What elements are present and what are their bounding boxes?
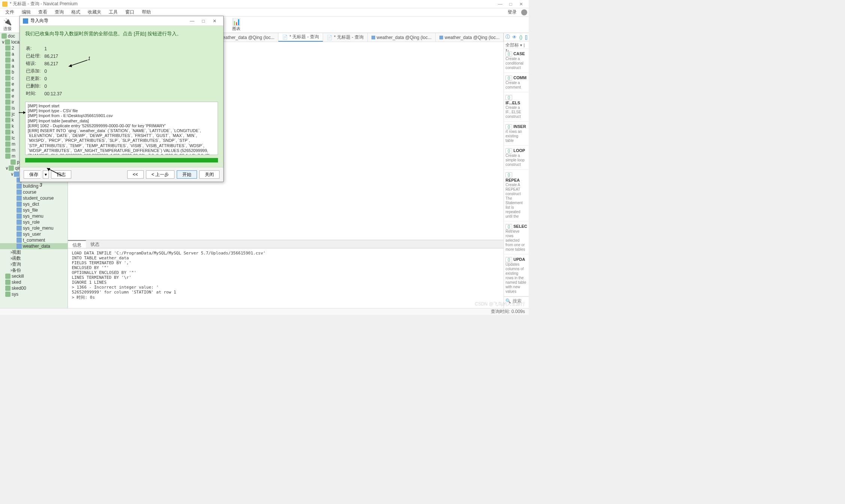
log-button[interactable]: 日志 [51, 170, 71, 179]
snippet-item[interactable]: ()UPDAUpdates columns of existing rows i… [504, 254, 529, 296]
connect-button[interactable]: 🔌 连接 [0, 18, 15, 32]
dialog-minimize[interactable]: — [186, 18, 198, 24]
database-icon [5, 105, 11, 111]
import-log[interactable]: [IMP] Import start [IMP] Import type - C… [25, 102, 218, 155]
database-icon [5, 75, 11, 81]
dialog-maximize[interactable]: □ [198, 18, 209, 24]
tab[interactable]: weather_data @Qing (loc... [436, 33, 504, 42]
dialog-message: 我们已收集向导导入数据时所需的全部信息。点击 [开始] 按钮进行导入。 [25, 30, 218, 37]
database-icon [5, 39, 10, 45]
backup-node[interactable]: 备份 [12, 267, 21, 274]
chart-icon: 📊 [229, 18, 244, 26]
window-titlebar: * 无标题 - 查询 - Navicat Premium — □ ✕ [0, 0, 529, 8]
dialog-title: 导入向导 [30, 18, 48, 24]
menu-file[interactable]: 文件 [2, 9, 18, 15]
table-icon [17, 184, 22, 189]
database-icon [5, 280, 11, 285]
import-wizard-dialog: 导入向导 — □ ✕ 我们已收集向导导入数据时所需的全部信息。点击 [开始] 按… [20, 16, 224, 182]
start-button[interactable]: 开始 [177, 170, 197, 179]
database-icon [5, 51, 11, 57]
table-icon [17, 220, 22, 225]
database-icon [5, 57, 11, 63]
chart-button[interactable]: 📊 图表 [229, 18, 244, 32]
snippet-item[interactable]: ()LOOPCreate a simple loop construct [504, 146, 529, 170]
database-icon [2, 33, 7, 39]
close-button[interactable]: 关闭 [199, 170, 220, 179]
table-icon [17, 196, 22, 201]
database-icon [5, 99, 11, 105]
table-group-icon [14, 172, 19, 177]
database-icon [5, 123, 11, 129]
wizard-icon [23, 18, 28, 24]
snippet-icon: () [505, 257, 512, 262]
query-time: 查询时间: 0.009s [491, 308, 529, 315]
database-icon [5, 141, 11, 147]
menu-window[interactable]: 窗口 [122, 9, 138, 15]
output-tab-info[interactable]: 信息 [68, 240, 86, 248]
output-tab-status[interactable]: 状态 [86, 240, 104, 248]
table-icon [17, 190, 22, 195]
import-stats: 表:1 已处理:86,217 错误:86,217 已添加:0 已更新:0 已删除… [25, 45, 66, 98]
menu-favorites[interactable]: 收藏夹 [84, 9, 105, 15]
code-icon[interactable]: () [519, 35, 522, 40]
save-dropdown[interactable]: ▾ [43, 170, 49, 179]
tab[interactable]: weather_data @Qing (loc... [368, 33, 436, 42]
snippet-icon: () [505, 95, 512, 100]
database-icon [5, 117, 11, 123]
minimize-button[interactable]: — [495, 2, 505, 7]
tab-active[interactable]: 📄* 无标题 - 查询 [278, 33, 323, 42]
snippet-icon: () [505, 75, 512, 81]
snippet-icon: () [505, 224, 512, 229]
database-icon [5, 63, 11, 69]
snippet-item[interactable]: ()INSERrt rows an existing table [504, 122, 529, 146]
database-icon [11, 159, 16, 165]
tab[interactable]: 📄* 无标题 - 查询 [323, 33, 368, 42]
snippet-item[interactable]: ()CASECreate a conditional construct [504, 49, 529, 73]
database-icon [5, 147, 11, 153]
menu-view[interactable]: 查看 [35, 9, 51, 15]
first-button[interactable]: << [127, 170, 144, 179]
table-icon [17, 238, 22, 243]
functions-node[interactable]: 函数 [12, 255, 21, 262]
database-icon [5, 135, 11, 141]
output-panel[interactable]: LOAD DATA INFILE 'C:/ProgramData/MySQL/M… [68, 248, 504, 308]
database-icon [5, 87, 11, 93]
info-icon[interactable]: ⓘ [505, 34, 510, 40]
menu-edit[interactable]: 编辑 [18, 9, 35, 15]
output-tabs: 信息 状态 [68, 240, 504, 248]
maximize-button[interactable]: □ [505, 2, 516, 7]
views-node[interactable]: 视图 [12, 249, 21, 256]
progress-bar [25, 158, 218, 162]
prev-button[interactable]: < 上一步 [146, 170, 174, 179]
snippets-panel: ⓘ 👁 () [] 全部标 ▾ | ↻ ()CASECreate a condi… [504, 33, 529, 308]
eye-icon[interactable]: 👁 [512, 35, 517, 40]
table-icon [17, 244, 22, 249]
snippet-item[interactable]: ()SELECRetrieve rows selected from one o… [504, 221, 529, 254]
database-icon [5, 111, 11, 117]
dialog-close[interactable]: ✕ [209, 18, 220, 24]
menu-query[interactable]: 查询 [51, 9, 68, 15]
close-button[interactable]: ✕ [516, 2, 526, 7]
menu-format[interactable]: 格式 [68, 9, 84, 15]
queries-node[interactable]: 查询 [12, 261, 21, 268]
menu-help[interactable]: 帮助 [138, 9, 155, 15]
database-icon [5, 286, 11, 291]
snippet-icon: () [505, 172, 512, 178]
database-icon [5, 69, 11, 75]
table-icon [17, 232, 22, 237]
brackets-icon[interactable]: [] [525, 35, 528, 40]
snippet-item[interactable]: ()REPEACreate A REPEAT construct The Sta… [504, 170, 529, 221]
table-icon [17, 226, 22, 231]
snippet-item[interactable]: ()IF...ELSCreate a IF...ELSE construct [504, 92, 529, 122]
save-button[interactable]: 保存 [24, 170, 41, 179]
selected-table[interactable]: weather_data [23, 244, 50, 249]
login-link[interactable]: 登录 [508, 9, 520, 15]
database-icon [5, 292, 11, 297]
menu-tools[interactable]: 工具 [105, 9, 122, 15]
user-icon[interactable] [521, 9, 527, 15]
snippet-icon: () [505, 51, 512, 57]
table-icon [17, 208, 22, 213]
snippet-item[interactable]: ()COMMCreate a comment [504, 73, 529, 92]
database-icon [9, 165, 14, 171]
database-icon [5, 153, 11, 159]
